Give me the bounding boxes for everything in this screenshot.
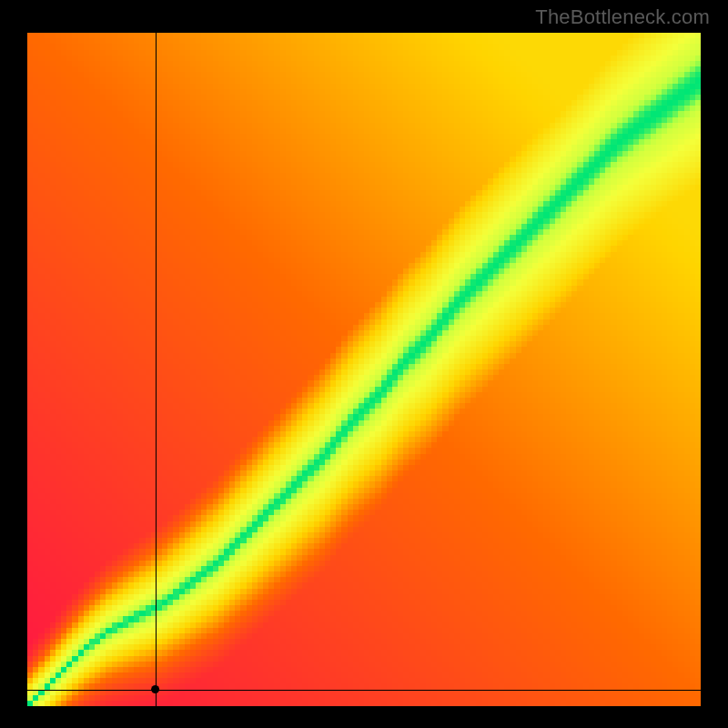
chart-frame: TheBottleneck.com [0,0,728,728]
watermark-text: TheBottleneck.com [535,5,710,29]
bottleneck-heatmap [27,33,701,706]
